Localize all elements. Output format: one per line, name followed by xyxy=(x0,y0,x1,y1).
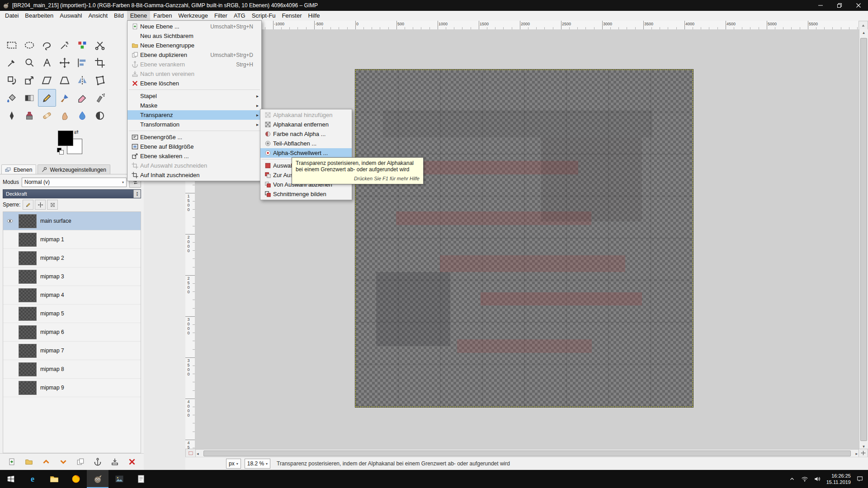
ebene-menu-item-maske[interactable]: Maske▸ xyxy=(127,101,261,110)
layer-row-mipmap-8[interactable]: mipmap 8 xyxy=(3,360,141,379)
tool-paintbrush[interactable] xyxy=(56,89,74,107)
taskbar-app-image-viewer[interactable] xyxy=(108,470,130,488)
taskbar-app-edge[interactable]: e xyxy=(22,470,43,488)
ebene-menu-item-ebene-auf-bildgr-e[interactable]: Ebene auf Bildgröße xyxy=(127,142,261,151)
tool-scissors-select[interactable] xyxy=(91,36,109,54)
tool-cage[interactable] xyxy=(91,71,109,89)
minimize-button[interactable] xyxy=(811,0,830,11)
scroll-left-icon[interactable]: ◂ xyxy=(197,450,199,457)
alpha-lock-icon[interactable] xyxy=(47,200,58,210)
ruler-corner-button[interactable] xyxy=(859,21,868,30)
tool-crop[interactable] xyxy=(91,54,109,71)
horizontal-scroll-thumb[interactable] xyxy=(203,450,851,456)
tool-pencil[interactable] xyxy=(38,89,56,107)
zoom-select[interactable]: 18.2 % ▾ xyxy=(245,459,270,469)
navigation-button[interactable] xyxy=(859,449,868,457)
new-layer-button[interactable] xyxy=(5,455,19,468)
ebene-menu-item-ebenengr-e[interactable]: Ebenengröße ... xyxy=(127,132,261,142)
ebene-menu-item-transparenz[interactable]: Transparenz▸ xyxy=(127,110,261,120)
menu-bearbeiten[interactable]: Bearbeiten xyxy=(22,11,57,21)
tool-rotate[interactable] xyxy=(3,71,21,89)
tool-move[interactable] xyxy=(56,54,74,71)
menu-hilfe[interactable]: Hilfe xyxy=(305,11,323,21)
tool-rect-select[interactable] xyxy=(3,36,21,54)
taskbar-app-start[interactable] xyxy=(0,470,22,488)
layer-row-mipmap-5[interactable]: mipmap 5 xyxy=(3,305,141,323)
vertical-scroll-thumb[interactable] xyxy=(860,38,867,441)
menu-bild[interactable]: Bild xyxy=(111,11,127,21)
transparenz-menu-item-alpha-schwellwert[interactable]: Alpha-Schwellwert ... xyxy=(260,148,352,158)
tool-free-select[interactable] xyxy=(38,36,56,54)
scroll-up-icon[interactable]: ▴ xyxy=(859,30,868,35)
tool-gradient[interactable] xyxy=(20,89,38,107)
ebene-menu-item-neu-aus-sichtbarem[interactable]: Neu aus Sichtbarem xyxy=(127,31,261,41)
opacity-slider[interactable]: Deckkraft ▲▼ xyxy=(3,189,141,198)
transparenz-menu-item-farbe-nach-alpha[interactable]: Farbe nach Alpha ... xyxy=(260,129,352,139)
tab-ebenen[interactable]: Ebenen xyxy=(1,164,36,174)
tool-smudge[interactable] xyxy=(56,107,74,124)
tool-bucket-fill[interactable] xyxy=(3,89,21,107)
unit-select[interactable]: px ▾ xyxy=(226,459,241,469)
layer-row-mipmap-1[interactable]: mipmap 1 xyxy=(3,230,141,249)
tool-align[interactable] xyxy=(73,54,91,71)
menu-filter[interactable]: Filter xyxy=(211,11,231,21)
swap-colors-icon[interactable]: ⇄ xyxy=(74,129,79,135)
foreground-color-swatch[interactable] xyxy=(58,131,73,146)
ebene-menu-item-neue-ebene[interactable]: Neue Ebene ...Umschalt+Strg+N xyxy=(127,22,261,31)
mode-select[interactable]: Normal (v) ▾ xyxy=(22,178,127,187)
ebene-menu-item-ebene-skalieren[interactable]: Ebene skalieren ... xyxy=(127,151,261,161)
quickmask-toggle[interactable] xyxy=(185,449,196,457)
tool-color-picker[interactable] xyxy=(3,54,21,71)
layer-row-main-surface[interactable]: main surface xyxy=(3,212,141,230)
menu-auswahl[interactable]: Auswahl xyxy=(57,11,85,21)
tool-blur[interactable] xyxy=(73,107,91,124)
taskbar-app-firefox[interactable] xyxy=(65,470,87,488)
chevron-up-icon[interactable] xyxy=(788,475,796,483)
ebene-menu-item-neue-ebenengruppe[interactable]: Neue Ebenengruppe xyxy=(127,41,261,50)
layer-row-mipmap-3[interactable]: mipmap 3 xyxy=(3,267,141,286)
tool-flip[interactable] xyxy=(73,71,91,89)
raise-button[interactable] xyxy=(39,455,53,468)
tool-eraser[interactable] xyxy=(73,89,91,107)
layer-row-mipmap-2[interactable]: mipmap 2 xyxy=(3,249,141,267)
duplicate-layer-button[interactable] xyxy=(73,455,88,468)
scroll-right-icon[interactable]: ▸ xyxy=(855,450,858,457)
menu-farben[interactable]: Farben xyxy=(150,11,175,21)
vertical-scrollbar[interactable]: ▴ ▾ xyxy=(859,29,868,450)
tool-dodge-burn[interactable] xyxy=(91,107,109,124)
canvas-viewport[interactable] xyxy=(195,29,859,450)
opacity-spinner[interactable]: ▲▼ xyxy=(133,190,141,198)
transparenz-menu-item-alphakanal-entfernen[interactable]: Alphakanal entfernen xyxy=(260,120,352,129)
new-group-button[interactable] xyxy=(22,455,36,468)
menu-ansicht[interactable]: Ansicht xyxy=(85,11,111,21)
volume-icon[interactable] xyxy=(814,475,821,483)
taskbar-clock[interactable]: 16:26:25 15.11.2019 xyxy=(826,473,851,486)
ebene-menu-item-ebene-duplizieren[interactable]: Ebene duplizierenUmschalt+Strg+D xyxy=(127,50,261,60)
menu-script-fu[interactable]: Script-Fu xyxy=(249,11,279,21)
tool-heal[interactable] xyxy=(38,107,56,124)
ebene-menu-item-auf-inhalt-zuschneiden[interactable]: Auf Inhalt zuschneiden xyxy=(127,170,261,180)
lower-button[interactable] xyxy=(56,455,71,468)
tool-clone[interactable] xyxy=(20,107,38,124)
layer-row-mipmap-6[interactable]: mipmap 6 xyxy=(3,323,141,342)
tool-ink[interactable] xyxy=(3,107,21,124)
tab-werkzeugeinstellungen[interactable]: Werkzeugeinstellungen xyxy=(38,164,110,174)
menu-atg[interactable]: ATG xyxy=(231,11,249,21)
close-button[interactable] xyxy=(849,0,868,11)
menu-ebene[interactable]: Ebene xyxy=(127,11,151,21)
tool-scale[interactable] xyxy=(20,71,38,89)
layer-row-mipmap-4[interactable]: mipmap 4 xyxy=(3,286,141,305)
transparenz-menu-item-schnittmenge-bilden[interactable]: Schnittmenge bilden xyxy=(260,189,352,199)
scroll-down-icon[interactable]: ▾ xyxy=(859,444,868,449)
move-lock-icon[interactable] xyxy=(35,200,46,210)
ebene-menu-item-ebene-l-schen[interactable]: Ebene löschen xyxy=(127,79,261,88)
tool-ellipse-select[interactable] xyxy=(20,36,38,54)
tool-airbrush[interactable] xyxy=(91,89,109,107)
ebene-menu-item-stapel[interactable]: Stapel▸ xyxy=(127,91,261,101)
network-icon[interactable] xyxy=(801,475,808,483)
tool-shear[interactable] xyxy=(38,71,56,89)
brush-lock-icon[interactable] xyxy=(23,200,33,210)
merge-down-button[interactable] xyxy=(108,455,122,468)
canvas-image[interactable] xyxy=(355,70,693,407)
layer-row-mipmap-9[interactable]: mipmap 9 xyxy=(3,379,141,397)
